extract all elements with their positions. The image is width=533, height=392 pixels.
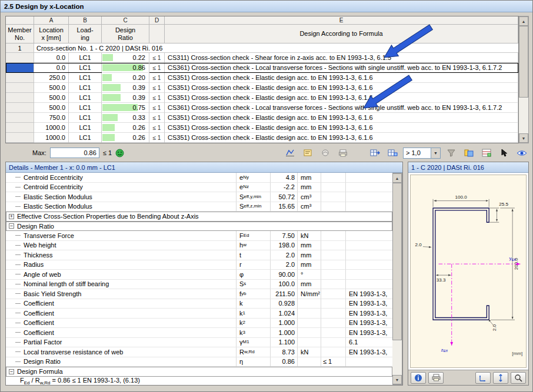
detail-value: 8.73: [271, 347, 298, 357]
details-group-row[interactable]: −Design Formula: [6, 367, 392, 377]
detail-limit: [321, 192, 346, 202]
loadcase-cell: LC1: [69, 93, 102, 103]
details-group-row[interactable]: +Effective Cross-Section Properties due …: [6, 212, 392, 222]
detail-symbol: φ: [236, 270, 271, 280]
detail-limit: [321, 328, 346, 338]
detail-limit: [321, 202, 346, 212]
detail-label: Elastic Section Modulus: [6, 192, 236, 202]
result-row[interactable]: 500.0LC10.39≤ 1CS351) Cross-section chec…: [6, 83, 518, 93]
scrollbar-thumb[interactable]: [392, 183, 402, 340]
detail-limit: [321, 289, 346, 299]
formula-cell: CS361) Cross-section check - Local trans…: [165, 103, 518, 113]
cross-section-row[interactable]: 1 Cross-section No. 1 - C 2020 | DASt Ri…: [6, 43, 518, 53]
result-row[interactable]: 1000.0LC10.26≤ 1CS351) Cross-section che…: [6, 133, 518, 143]
detail-limit: [321, 250, 346, 260]
ok-smiley-icon: [115, 149, 124, 158]
detail-reference: [346, 183, 392, 193]
detail-value: 1.024: [271, 309, 298, 319]
result-row[interactable]: 0.0LC10.86≤ 1CS361) Cross-section check …: [6, 63, 518, 73]
detail-reference: EN 1993-1-3,: [346, 328, 392, 338]
row-number: 1: [6, 43, 34, 53]
cross-section-drawing[interactable]: 100.0 25.5 200.0 2.0 2.0: [410, 175, 527, 368]
result-row[interactable]: 500.0LC10.75≤ 1CS361) Cross-section chec…: [6, 103, 518, 113]
chevron-down-icon[interactable]: ▼: [431, 148, 440, 158]
scroll-up-icon[interactable]: ▲: [392, 173, 402, 183]
scroll-down-icon[interactable]: ▼: [392, 375, 402, 384]
details-row: Thicknesst2.0mm: [6, 250, 392, 260]
projection-button[interactable]: [475, 372, 491, 384]
visibility-button[interactable]: [515, 147, 529, 159]
extreme-values-button[interactable]: [479, 147, 494, 159]
ratio-value: 0.22: [133, 54, 145, 61]
fit-view-button[interactable]: [493, 372, 508, 384]
details-row: Elastic Section ModulusSeff,y,min50.72cm…: [6, 192, 392, 202]
row-header[interactable]: [6, 123, 34, 133]
limit-cell: ≤ 1: [149, 123, 165, 133]
row-header[interactable]: [6, 113, 34, 123]
row-header[interactable]: [6, 53, 34, 63]
scroll-up-icon[interactable]: ▲: [519, 16, 528, 26]
result-row[interactable]: 500.0LC10.39≤ 1CS351) Cross-section chec…: [6, 93, 518, 103]
detail-unit: cm³: [298, 202, 321, 212]
scroll-down-icon[interactable]: ▼: [519, 133, 528, 143]
detail-symbol: t: [236, 250, 271, 260]
row-header[interactable]: [6, 73, 34, 83]
export-table-button[interactable]: [368, 147, 382, 159]
ratio-bar: [102, 84, 121, 91]
detail-limit: [321, 299, 346, 309]
detail-unit: [298, 319, 321, 329]
location-cell: 1000.0: [34, 133, 69, 143]
detail-label: Radius: [6, 260, 236, 270]
color-scale-button[interactable]: [462, 147, 476, 159]
results-table: A B C D E Member No. Location x [mm] Loa…: [5, 16, 529, 143]
table-settings-button[interactable]: [385, 147, 399, 159]
detail-unit: [298, 338, 321, 348]
result-row[interactable]: 0.0LC10.22≤ 1CS311) Cross-section check …: [6, 53, 518, 63]
table-export-icon: [370, 149, 380, 157]
loadcase-cell: LC1: [69, 53, 102, 63]
details-group-row[interactable]: −Design Ratio: [6, 222, 392, 232]
funnel-icon: [447, 149, 455, 157]
limit-cell: ≤ 1: [149, 113, 165, 123]
row-header[interactable]: [6, 133, 34, 143]
collapse-icon[interactable]: −: [9, 223, 14, 229]
dim-web-thickness-label: 2.0: [415, 242, 422, 247]
formula-text: FEd / Rw,Rd = 0.86 ≤ 1 EN 1993-1-3, (6.1…: [20, 377, 140, 385]
axes-icon: [479, 374, 487, 382]
show-values-button[interactable]: [301, 147, 315, 159]
detail-unit: °: [298, 270, 321, 280]
result-row[interactable]: 750.0LC10.33≤ 1CS351) Cross-section chec…: [6, 113, 518, 123]
zoom-button[interactable]: [511, 372, 526, 384]
expand-icon[interactable]: +: [9, 214, 14, 219]
print-graphic-button[interactable]: [428, 372, 444, 384]
detail-unit: [298, 328, 321, 338]
detail-value: 0.86: [271, 357, 298, 367]
detail-value: 100.0: [271, 280, 298, 290]
loadcase-cell: LC1: [69, 103, 102, 113]
result-diagram-button[interactable]: [283, 147, 297, 159]
loadcase-cell: LC1: [69, 113, 102, 123]
row-header[interactable]: [6, 83, 34, 93]
result-row[interactable]: 1000.0LC10.26≤ 1CS351) Cross-section che…: [6, 123, 518, 133]
row-header[interactable]: [6, 103, 34, 113]
result-row[interactable]: 250.0LC10.20≤ 1CS351) Cross-section chec…: [6, 73, 518, 83]
formula-cell: CS361) Cross-section check - Local trans…: [165, 63, 518, 73]
select-in-graphic-button[interactable]: [497, 147, 511, 159]
results-scrollbar[interactable]: ▲ ▼: [519, 16, 529, 143]
info-button[interactable]: [411, 372, 426, 384]
details-scrollbar[interactable]: ▲ ▼: [392, 173, 402, 385]
info-icon: [414, 374, 422, 382]
collapse-icon[interactable]: −: [9, 369, 14, 374]
row-header[interactable]: [6, 93, 34, 103]
detail-label: Coefficient: [6, 299, 236, 309]
ratio-value: 0.86: [133, 64, 145, 71]
threshold-dropdown[interactable]: > 1,0 ▼: [403, 148, 441, 159]
filter-button[interactable]: [444, 147, 458, 159]
row-header[interactable]: [6, 63, 34, 73]
details-row: Basic Yield Strengthfyb211.50N/mm²EN 199…: [6, 289, 392, 299]
detail-value: 1.000: [271, 319, 298, 329]
smooth-results-button[interactable]: [318, 147, 332, 159]
scrollbar-thumb[interactable]: [519, 26, 528, 98]
print-table-button[interactable]: [336, 147, 350, 159]
detail-symbol: FEd: [236, 231, 271, 241]
